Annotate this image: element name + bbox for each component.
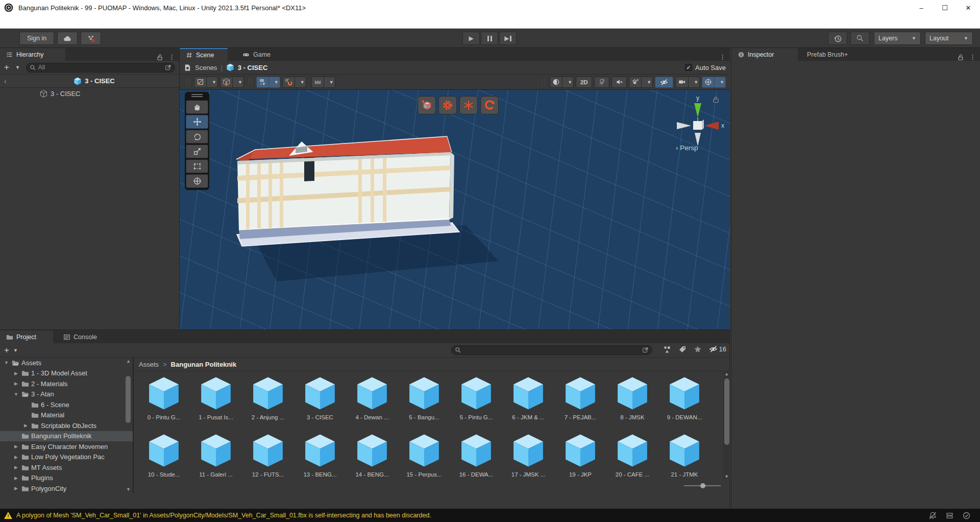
- undo-history-button[interactable]: [828, 32, 847, 45]
- tree-expand-arrow[interactable]: ▶: [13, 476, 19, 481]
- scrollbar-thumb[interactable]: [126, 376, 131, 423]
- asset-item[interactable]: 12 - FUTS...: [242, 432, 294, 489]
- project-tree-item[interactable]: Material: [0, 410, 133, 421]
- tree-expand-arrow[interactable]: ▶: [13, 455, 19, 460]
- project-tree-item[interactable]: ▶ Plugins: [0, 473, 133, 484]
- notifications-muted-icon[interactable]: [928, 511, 937, 520]
- draw-mode-button[interactable]: [550, 77, 562, 88]
- project-tree-item[interactable]: ▶ MT Assets: [0, 462, 133, 473]
- hierarchy-search-input[interactable]: All: [26, 63, 175, 73]
- menu-item[interactable]: [45, 15, 58, 29]
- favorites-star-icon[interactable]: [694, 345, 702, 353]
- hierarchy-item[interactable]: 3 - CISEC: [0, 88, 179, 99]
- tool-handle-position-dropdown[interactable]: ▼: [207, 77, 218, 88]
- scroll-down-icon[interactable]: ▼: [723, 474, 730, 479]
- tree-expand-arrow[interactable]: ▼: [3, 360, 10, 365]
- gizmos-button[interactable]: [702, 77, 715, 88]
- palette-drag-handle[interactable]: [185, 92, 209, 99]
- tree-expand-arrow[interactable]: ▶: [13, 381, 19, 386]
- tab-inspector[interactable]: Inspector: [731, 48, 798, 61]
- search-everything-button[interactable]: [850, 32, 870, 45]
- increment-snap-dropdown[interactable]: ▼: [324, 77, 335, 88]
- tab-scene[interactable]: Scene: [180, 48, 228, 61]
- prefab-root-name[interactable]: 3 - CISEC: [85, 77, 115, 85]
- sign-in-button[interactable]: Sign in: [19, 32, 54, 45]
- picker-icon[interactable]: [165, 64, 172, 71]
- layers-dropdown[interactable]: Layers▼: [874, 32, 921, 45]
- brush-rotate-button[interactable]: [480, 96, 499, 114]
- snap-increment-button[interactable]: [282, 77, 295, 88]
- picker-icon[interactable]: [642, 347, 649, 353]
- chevron-down-icon[interactable]: ▼: [13, 348, 18, 353]
- minimize-button[interactable]: –: [910, 0, 933, 15]
- orientation-gizmo[interactable]: y x ‹ Persp: [675, 95, 726, 152]
- asset-item[interactable]: 4 - Dewan ...: [346, 374, 398, 432]
- asset-item[interactable]: 20 - CAFE ...: [606, 432, 658, 489]
- brush-add-prefab-button[interactable]: [418, 96, 436, 114]
- back-arrow-icon[interactable]: ‹: [4, 77, 13, 85]
- asset-item[interactable]: 11 - Galeri ...: [190, 432, 242, 489]
- scene-visibility-button[interactable]: [655, 77, 673, 88]
- asset-item[interactable]: 21 - JTMK: [658, 432, 710, 489]
- camera-settings-dropdown[interactable]: ▼: [689, 77, 700, 88]
- asset-item[interactable]: 16 - DEWA...: [450, 432, 502, 489]
- tab-game[interactable]: Game: [236, 48, 277, 61]
- kebab-menu-icon[interactable]: ⋮: [969, 53, 976, 61]
- brush-scatter-button[interactable]: [459, 96, 478, 114]
- cache-stack-icon[interactable]: [945, 511, 954, 520]
- grid-snap-dropdown[interactable]: ▼: [269, 77, 280, 88]
- asset-item[interactable]: 0 - Pintu G...: [138, 374, 190, 432]
- close-button[interactable]: ✕: [957, 0, 980, 15]
- asset-item[interactable]: 5 - Pintu G...: [450, 374, 502, 432]
- grid-snap-button[interactable]: [256, 77, 269, 88]
- grid-scrollbar[interactable]: ▲ ▼: [723, 371, 730, 479]
- filter-by-type-icon[interactable]: [663, 345, 671, 353]
- perspective-toggle[interactable]: ‹ Persp: [676, 144, 698, 152]
- cloud-button[interactable]: [57, 32, 78, 45]
- project-tree-item[interactable]: 6 - Scene: [0, 399, 133, 410]
- lock-icon[interactable]: [156, 54, 163, 61]
- collab-services-button[interactable]: [81, 32, 101, 45]
- menu-item[interactable]: [5, 15, 18, 29]
- breadcrumb-prefab[interactable]: 3 - CISEC: [238, 64, 268, 72]
- asset-item[interactable]: 5 - Bangu...: [398, 374, 450, 432]
- scene-viewport[interactable]: y x ‹ Persp: [180, 90, 730, 329]
- rotate-tool-button[interactable]: [186, 130, 208, 144]
- asset-item[interactable]: 3 - CISEC: [294, 374, 346, 432]
- status-message[interactable]: A polygon of Mesh 'SM_Veh_Car_Small_01' …: [16, 512, 431, 519]
- project-search-input[interactable]: [451, 345, 652, 355]
- kebab-menu-icon[interactable]: ⋮: [719, 53, 726, 61]
- scroll-up-icon[interactable]: ▲: [125, 359, 132, 364]
- effects-button[interactable]: [629, 77, 642, 88]
- play-button[interactable]: ▶: [462, 32, 480, 45]
- tree-expand-arrow[interactable]: ▶: [13, 371, 19, 376]
- progress-check-icon[interactable]: [962, 511, 971, 520]
- project-tree-item[interactable]: ▶ 2 - Materials: [0, 378, 133, 389]
- tab-project[interactable]: Project: [0, 330, 53, 343]
- pause-button[interactable]: [481, 32, 498, 45]
- 2d-toggle-button[interactable]: 2D: [576, 77, 592, 88]
- asset-item[interactable]: 14 - BENG...: [346, 432, 398, 489]
- asset-item[interactable]: 19 - JKP: [554, 432, 606, 489]
- menu-item[interactable]: [98, 15, 111, 29]
- asset-item[interactable]: 15 - Perpus...: [398, 432, 450, 489]
- rect-tool-button[interactable]: [186, 159, 208, 173]
- hand-tool-button[interactable]: [186, 100, 208, 114]
- menu-item[interactable]: [18, 15, 32, 29]
- menu-item[interactable]: [58, 15, 71, 29]
- project-tree-item[interactable]: ▶ Scriptable ObJects: [0, 420, 133, 431]
- asset-item[interactable]: 8 - JMSK: [606, 374, 658, 432]
- project-tree-item[interactable]: ▶ PolygonCity: [0, 483, 133, 493]
- tab-console[interactable]: Console: [57, 330, 103, 343]
- auto-save-checkbox[interactable]: ✓: [685, 64, 692, 71]
- tree-expand-arrow[interactable]: ▼: [13, 392, 19, 397]
- asset-item[interactable]: 10 - Stude...: [138, 432, 190, 489]
- menu-item[interactable]: [71, 15, 85, 29]
- asset-item[interactable]: 13 - BENG...: [294, 432, 346, 489]
- tool-handle-rotation-dropdown[interactable]: ▼: [233, 77, 244, 88]
- asset-item[interactable]: 2 - Anjung ...: [242, 374, 294, 432]
- asset-item[interactable]: 7 - PEJAB...: [554, 374, 606, 432]
- tree-expand-arrow[interactable]: ▶: [13, 465, 19, 470]
- scroll-down-icon[interactable]: ▼: [125, 487, 132, 492]
- project-tree-item[interactable]: ▼ 3 - Atan: [0, 389, 133, 400]
